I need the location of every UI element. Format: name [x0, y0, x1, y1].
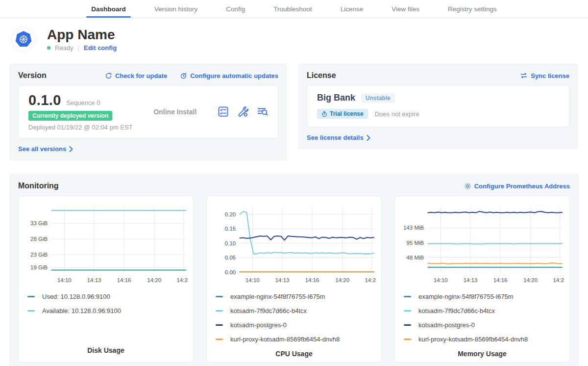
legend-swatch: [216, 310, 223, 312]
stopwatch-icon: [321, 111, 327, 117]
disk-usage-legend: Used: 10.128.0.96:9100Available: 10.128.…: [27, 293, 188, 321]
svg-text:14:16: 14:16: [305, 277, 319, 283]
tab-version-history[interactable]: Version history: [152, 0, 200, 18]
see-all-versions-link[interactable]: See all versions: [18, 145, 73, 153]
tab-license[interactable]: License: [339, 0, 366, 18]
legend-label: kurl-proxy-kotsadm-8569fb6454-dnvh8: [418, 336, 528, 343]
memory-usage-chart: 14:1014:1314:1614:2014:2348 MiB95 MiB143…: [400, 202, 564, 288]
legend-label: kurl-proxy-kotsadm-8569fb6454-dnvh8: [230, 336, 340, 343]
legend-item: kotsadm-postgres-0: [404, 321, 564, 329]
license-customer-name: Big Bank: [317, 93, 355, 103]
svg-text:14:20: 14:20: [335, 277, 349, 283]
cpu-usage-chart-card: 14:1014:1314:1614:2014:230.000.050.100.1…: [206, 196, 382, 363]
legend-swatch: [404, 310, 411, 312]
legend-item: Used: 10.128.0.96:9100: [27, 293, 188, 300]
chart-title: Memory Usage: [400, 350, 564, 359]
svg-text:0.20: 0.20: [225, 211, 236, 217]
svg-text:33 GiB: 33 GiB: [30, 220, 48, 226]
svg-text:14:10: 14:10: [434, 277, 448, 283]
svg-text:0.15: 0.15: [225, 226, 236, 232]
svg-text:14:13: 14:13: [464, 277, 478, 283]
app-status: Ready: [55, 44, 74, 52]
configure-automatic-updates-button[interactable]: Configure automatic updates: [180, 72, 278, 79]
channel-badge: Unstable: [361, 93, 395, 103]
license-card: Big Bank Unstable Trial license Does not…: [307, 85, 569, 127]
cpu-usage-legend: example-nginx-54f8f76755-l675mkotsadm-7f…: [216, 293, 376, 350]
check-for-update-button[interactable]: Check for update: [105, 72, 167, 79]
configure-prometheus-button[interactable]: Configure Prometheus Address: [464, 183, 570, 190]
legend-item: example-nginx-54f8f76755-l675m: [216, 293, 376, 300]
install-type-label: Online Install: [133, 108, 218, 116]
legend-swatch: [216, 339, 223, 340]
view-logs-icon[interactable]: [257, 106, 268, 117]
svg-text:14:13: 14:13: [275, 277, 290, 283]
disk-usage-chart: 14:1014:1314:1614:2014:2319 GiB23 GiB28 …: [24, 202, 188, 288]
divider: |: [78, 44, 79, 52]
monitoring-panel: Monitoring Configure Prometheus Address …: [10, 174, 578, 366]
see-license-details-link[interactable]: See license details: [307, 134, 370, 141]
legend-item: kurl-proxy-kotsadm-8569fb6454-dnvh8: [404, 336, 564, 343]
svg-text:28 GiB: 28 GiB: [30, 236, 48, 242]
legend-label: Available: 10.128.0.96:9100: [42, 307, 121, 314]
deployed-version-badge: Currently deployed version: [28, 111, 112, 121]
svg-text:14:20: 14:20: [523, 277, 538, 283]
legend-label: kotsadm-postgres-0: [230, 321, 287, 329]
license-panel-title: License: [307, 71, 336, 80]
legend-swatch: [27, 310, 35, 312]
cpu-usage-chart: 14:1014:1314:1614:2014:230.000.050.100.1…: [212, 202, 376, 288]
trial-license-badge: Trial license: [317, 109, 368, 119]
version-panel-title: Version: [18, 71, 47, 80]
sync-icon: [520, 72, 528, 79]
clock-refresh-icon: [180, 72, 187, 79]
svg-text:14:16: 14:16: [493, 277, 508, 283]
legend-label: Used: 10.128.0.96:9100: [42, 293, 110, 300]
svg-text:14:23: 14:23: [365, 277, 376, 283]
current-version-card: 0.1.0 Sequence 0 Currently deployed vers…: [18, 85, 278, 138]
license-panel: License Sync license Big Bank Unstable: [298, 64, 578, 149]
legend-item: example-nginx-54f8f76755-l675m: [404, 293, 564, 300]
license-expiry: Does not expire: [375, 110, 419, 118]
status-dot: [47, 46, 50, 50]
preflight-checks-icon[interactable]: [218, 106, 229, 117]
app-header: App Name Ready | Edit config: [11, 26, 578, 52]
tab-view-files[interactable]: View files: [390, 0, 421, 18]
legend-swatch: [27, 296, 35, 297]
chevron-right-icon: [69, 146, 73, 152]
memory-usage-chart-card: 14:1014:1314:1614:2014:2348 MiB95 MiB143…: [394, 196, 570, 363]
legend-item: kotsadm-7f9dc7d66c-b4tcx: [216, 307, 376, 314]
svg-text:14:20: 14:20: [147, 277, 161, 283]
legend-label: kotsadm-7f9dc7d66c-b4tcx: [230, 307, 307, 314]
top-nav: Dashboard Version history Config Trouble…: [0, 0, 588, 18]
tab-troubleshoot[interactable]: Troubleshoot: [271, 0, 314, 18]
version-panel: Version Check for update Configure autom…: [10, 64, 287, 160]
monitoring-title: Monitoring: [18, 182, 59, 190]
svg-text:0.05: 0.05: [225, 255, 236, 261]
legend-label: kotsadm-7f9dc7d66c-b4tcx: [418, 307, 495, 314]
tab-config[interactable]: Config: [224, 0, 247, 18]
sync-license-button[interactable]: Sync license: [520, 72, 569, 79]
svg-text:48 MiB: 48 MiB: [406, 255, 424, 261]
kubernetes-logo-icon: [11, 26, 36, 52]
svg-text:14:23: 14:23: [176, 277, 188, 283]
legend-swatch: [216, 324, 223, 326]
svg-text:95 MiB: 95 MiB: [406, 240, 424, 246]
chevron-right-icon: [367, 135, 370, 141]
edit-config-link[interactable]: Edit config: [84, 44, 117, 52]
legend-swatch: [404, 296, 411, 297]
svg-text:0.10: 0.10: [225, 240, 236, 246]
tab-registry-settings[interactable]: Registry settings: [446, 0, 499, 18]
app-title: App Name: [47, 27, 117, 43]
legend-label: example-nginx-54f8f76755-l675m: [230, 293, 325, 300]
tab-dashboard[interactable]: Dashboard: [89, 0, 128, 18]
svg-text:143 MiB: 143 MiB: [403, 225, 424, 231]
edit-config-gear-icon[interactable]: [237, 106, 248, 117]
chart-title: CPU Usage: [212, 350, 376, 359]
svg-text:19 GiB: 19 GiB: [30, 264, 48, 270]
svg-text:14:13: 14:13: [87, 277, 101, 283]
svg-text:0.00: 0.00: [225, 269, 236, 275]
memory-usage-legend: example-nginx-54f8f76755-l675mkotsadm-7f…: [404, 293, 564, 350]
gear-icon: [464, 183, 471, 190]
legend-item: kotsadm-7f9dc7d66c-b4tcx: [404, 307, 564, 314]
disk-usage-chart-card: 14:1014:1314:1614:2014:2319 GiB23 GiB28 …: [18, 196, 194, 363]
legend-swatch: [216, 296, 223, 297]
